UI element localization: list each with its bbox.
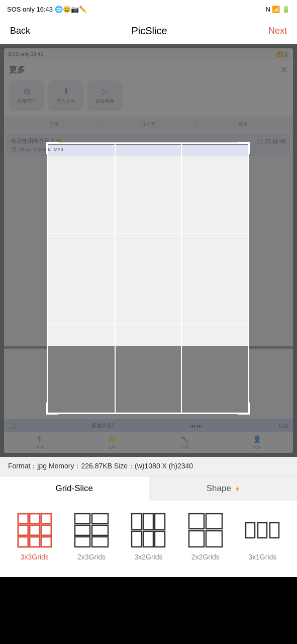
grid-option-2x3[interactable]: 2x3Grids bbox=[74, 513, 109, 561]
svg-rect-14 bbox=[92, 537, 108, 547]
svg-rect-5 bbox=[41, 525, 51, 535]
svg-rect-1 bbox=[30, 514, 40, 524]
svg-rect-23 bbox=[189, 531, 204, 547]
preview-area: SOS only 16:40 📶🔋 更多 ✕ ⊞ 批量管理 ⬇ 导入文件 ▷ 提 bbox=[0, 44, 297, 457]
grid-option-2x2[interactable]: 2x2Grids bbox=[188, 513, 223, 561]
bottom-area: Grid-Slice Shape ♦ bbox=[0, 476, 297, 577]
svg-rect-13 bbox=[75, 537, 90, 547]
svg-rect-22 bbox=[206, 514, 222, 529]
svg-rect-17 bbox=[155, 514, 165, 530]
svg-rect-27 bbox=[270, 523, 279, 538]
grid-icon-2x2 bbox=[188, 513, 223, 548]
svg-rect-0 bbox=[18, 514, 28, 524]
info-bar: Format：jpg Memory：226.87KB Size：(w)1080 … bbox=[0, 457, 297, 476]
tab-strip: Grid-Slice Shape ♦ bbox=[0, 476, 297, 501]
svg-rect-7 bbox=[30, 537, 40, 547]
grid-label-3x2: 3x2Grids bbox=[134, 553, 162, 561]
grid-icon-3x2 bbox=[131, 513, 166, 548]
svg-rect-25 bbox=[246, 523, 255, 538]
tab-shape-label: Shape bbox=[207, 484, 231, 493]
status-icons: N 📶 🔋 bbox=[265, 6, 290, 13]
status-bar: SOS only 16:43 🌐😀📷✏️ N 📶 🔋 bbox=[0, 0, 297, 18]
grid-option-3x3[interactable]: 3x3Grids bbox=[17, 513, 52, 561]
grid-label-2x2: 2x2Grids bbox=[191, 553, 220, 561]
grid-lines bbox=[48, 144, 248, 413]
svg-rect-12 bbox=[92, 525, 108, 535]
tab-shape[interactable]: Shape ♦ bbox=[149, 476, 298, 501]
nav-bar: Back PicSlice Next bbox=[0, 18, 297, 44]
svg-rect-24 bbox=[206, 531, 222, 547]
grid-icon-2x3 bbox=[74, 513, 109, 548]
status-right: N 📶 🔋 bbox=[265, 6, 290, 13]
svg-rect-26 bbox=[258, 523, 267, 538]
svg-rect-18 bbox=[132, 531, 142, 547]
status-sos-time: SOS only 16:43 🌐😀📷✏️ bbox=[7, 6, 87, 13]
svg-rect-20 bbox=[155, 531, 165, 547]
overlay-left bbox=[0, 145, 48, 349]
grid-selection-overlay[interactable] bbox=[47, 142, 249, 414]
svg-rect-19 bbox=[143, 531, 153, 547]
overlay-right bbox=[249, 145, 297, 349]
grid-line-h1 bbox=[48, 233, 248, 234]
grid-line-v1 bbox=[115, 144, 116, 413]
grid-icon-3x3 bbox=[17, 513, 52, 548]
svg-rect-21 bbox=[189, 514, 204, 529]
grid-label-3x3: 3x3Grids bbox=[21, 553, 49, 561]
svg-rect-9 bbox=[75, 514, 90, 524]
svg-rect-16 bbox=[143, 514, 153, 530]
grid-label-3x1: 3x1Grids bbox=[248, 553, 276, 561]
svg-rect-8 bbox=[41, 537, 51, 547]
svg-rect-4 bbox=[30, 525, 40, 535]
overlay-top bbox=[0, 44, 297, 145]
svg-rect-3 bbox=[18, 525, 28, 535]
grid-option-3x2[interactable]: 3x2Grids bbox=[131, 513, 166, 561]
tab-grid-slice-label: Grid-Slice bbox=[55, 484, 93, 493]
back-button[interactable]: Back bbox=[8, 22, 32, 40]
svg-rect-11 bbox=[75, 525, 90, 535]
app-title: PicSlice bbox=[131, 25, 167, 37]
svg-rect-2 bbox=[41, 514, 51, 524]
svg-rect-10 bbox=[92, 514, 108, 524]
grid-icon-3x1 bbox=[245, 513, 280, 548]
grid-line-v2 bbox=[181, 144, 182, 413]
grid-label-2x3: 2x3Grids bbox=[77, 553, 106, 561]
tab-grid-slice[interactable]: Grid-Slice bbox=[0, 476, 149, 501]
info-text: Format：jpg Memory：226.87KB Size：(w)1080 … bbox=[8, 462, 193, 470]
next-button[interactable]: Next bbox=[266, 22, 289, 40]
svg-rect-15 bbox=[132, 514, 142, 530]
status-left: SOS only 16:43 🌐😀📷✏️ bbox=[7, 6, 87, 13]
grid-line-h2 bbox=[48, 323, 248, 324]
premium-diamond-icon: ♦ bbox=[236, 485, 239, 493]
grid-options: 3x3Grids 2x3Grids bbox=[0, 501, 297, 577]
grid-option-3x1[interactable]: 3x1Grids bbox=[245, 513, 280, 561]
svg-rect-6 bbox=[18, 537, 28, 547]
